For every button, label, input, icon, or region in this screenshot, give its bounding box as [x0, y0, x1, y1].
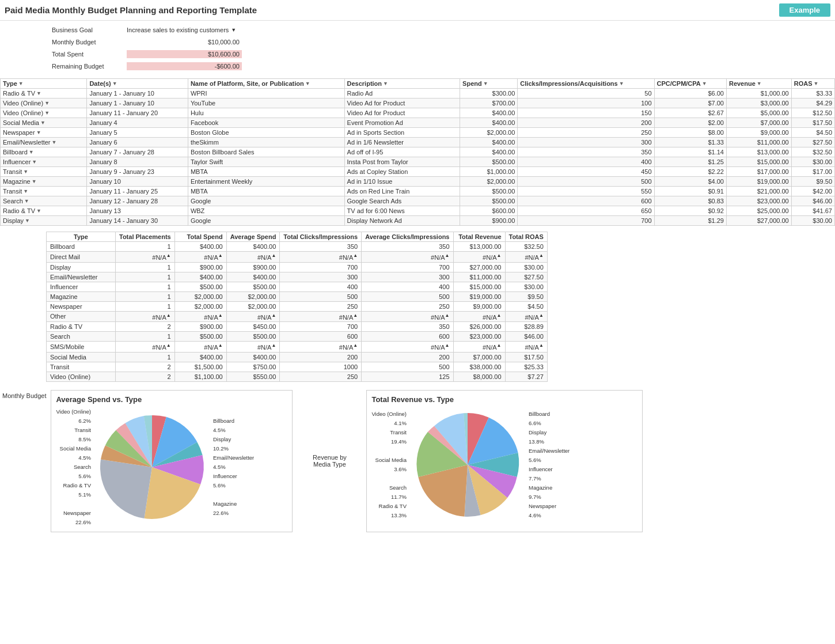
main-table-cell: $7.00 — [654, 99, 726, 108]
main-table-cell: 450 — [518, 167, 654, 177]
summary-table-cell: $400.00 — [226, 352, 280, 362]
summary-table-cell: 700 — [362, 262, 453, 272]
th-cpc[interactable]: CPC/CPM/CPA▼ — [654, 79, 726, 89]
main-table-cell: $27,000.00 — [726, 216, 791, 226]
summary-table-cell: $9.50 — [505, 291, 547, 301]
row-type-arrow: ▼ — [23, 188, 28, 194]
avg-spend-legend-right: Billboard 4.5% Display 10.2% Email/Newsl… — [213, 416, 254, 518]
main-table-cell: $27.50 — [791, 138, 834, 147]
summary-table-cell: #N/A▲ — [453, 342, 505, 353]
th-revenue[interactable]: Revenue▼ — [726, 79, 791, 89]
summary-table-cell: 2 — [116, 322, 175, 332]
remaining-budget-row: Remaining Budget -$600.00 — [46, 60, 835, 72]
example-badge: Example — [779, 3, 830, 17]
summary-table-cell: $27,000.00 — [453, 262, 505, 272]
summary-table-cell: #N/A▲ — [362, 342, 453, 353]
total-revenue-title: Total Revenue vs. Type — [371, 395, 637, 404]
row-type-arrow: ▼ — [40, 120, 45, 126]
th-dates[interactable]: Date(s)▼ — [87, 79, 188, 89]
th-spend[interactable]: Spend▼ — [460, 79, 518, 89]
summary-table-cell: Social Media — [47, 352, 116, 362]
main-table-row: Transit▼January 9 - January 23MBTAAds at… — [1, 167, 835, 177]
main-table-row: Magazine▼January 10Entertainment WeeklyA… — [1, 177, 835, 187]
summary-table-cell: 300 — [362, 272, 453, 282]
main-table-cell: January 1 - January 10 — [87, 99, 188, 108]
summary-table-cell: $23,000.00 — [453, 332, 505, 342]
total-revenue-legend-left: Video (Online) 4.1% Transit 19.4% Social… — [371, 410, 407, 520]
row-type-arrow: ▼ — [36, 90, 41, 96]
revenue-media-label: Revenue by Media Type — [301, 449, 358, 472]
main-table-cell: Google Search Ads — [344, 196, 460, 206]
summary-table-cell: Other — [47, 311, 116, 322]
row-type-arrow: ▼ — [32, 179, 37, 184]
main-table-cell: $0.83 — [654, 196, 726, 206]
total-spent-row: Total Spent $10,600.00 — [46, 48, 835, 60]
summary-table-row: Social Media1$400.00$400.00200200$7,000.… — [47, 352, 548, 362]
main-table-cell: January 11 - January 20 — [87, 108, 188, 118]
main-table-cell: MBTA — [188, 167, 344, 177]
sth-avg-clicks: Average Clicks/Impressions — [362, 232, 453, 242]
business-goal-value[interactable]: Increase sales to existing customers ▼ — [127, 26, 242, 33]
main-table-cell: TV ad for 6:00 News — [344, 206, 460, 216]
main-table-cell: $0.92 — [654, 206, 726, 216]
summary-table: Type Total Placements Total Spend Averag… — [46, 232, 548, 382]
summary-table-cell: #N/A▲ — [116, 252, 175, 263]
summary-header-row: Type Total Placements Total Spend Averag… — [47, 232, 548, 242]
main-table-row: Display▼January 14 - January 30GoogleDis… — [1, 216, 835, 226]
th-roas[interactable]: ROAS▼ — [791, 79, 834, 89]
main-table-cell: 600 — [518, 196, 654, 206]
main-table-header-row: Type▼ Date(s)▼ Name of Platform, Site, o… — [1, 79, 835, 89]
summary-table-row: Video (Online)2$1,100.00$550.00250125$8,… — [47, 372, 548, 381]
main-table-cell: Newspaper▼ — [1, 128, 87, 138]
th-clicks[interactable]: Clicks/Impressions/Acquisitions▼ — [518, 79, 654, 89]
summary-table-cell: $8,000.00 — [453, 372, 505, 381]
main-table-cell: January 1 - January 10 — [87, 89, 188, 99]
summary-table-cell: $25.33 — [505, 362, 547, 372]
main-table-cell: $9.50 — [791, 177, 834, 187]
sth-placements: Total Placements — [116, 232, 175, 242]
main-table-cell: $21,000.00 — [726, 187, 791, 196]
main-table-cell: $500.00 — [460, 187, 518, 196]
main-table-cell: $9,000.00 — [726, 128, 791, 138]
summary-table-cell: #N/A▲ — [362, 252, 453, 263]
avg-spend-chart: Average Spend vs. Type Video (Online) 6.… — [51, 390, 293, 532]
summary-table-cell: $7,000.00 — [453, 352, 505, 362]
summary-table-cell: $15,000.00 — [453, 282, 505, 291]
th-type[interactable]: Type▼ — [1, 79, 87, 89]
main-table-cell: January 9 - January 23 — [87, 167, 188, 177]
main-table-cell: January 13 — [87, 206, 188, 216]
main-table-cell: YouTube — [188, 99, 344, 108]
sth-total-roas: Total ROAS — [505, 232, 547, 242]
th-desc[interactable]: Description▼ — [344, 79, 460, 89]
business-goal-row: Business Goal Increase sales to existing… — [46, 24, 835, 36]
summary-table-row: SMS/Mobile#N/A▲#N/A▲#N/A▲#N/A▲#N/A▲#N/A▲… — [47, 342, 548, 353]
main-table-row: Billboard▼January 7 - January 28Boston B… — [1, 147, 835, 157]
summary-table-row: Influencer1$500.00$500.00400400$15,000.0… — [47, 282, 548, 291]
main-table-cell: $4.29 — [791, 99, 834, 108]
summary-table-cell: Email/Newsletter — [47, 272, 116, 282]
main-table-cell: Transit▼ — [1, 167, 87, 177]
th-platform[interactable]: Name of Platform, Site, or Publication▼ — [188, 79, 344, 89]
main-table-cell: $8.00 — [654, 128, 726, 138]
main-table-cell: 400 — [518, 157, 654, 167]
main-table-cell: Hulu — [188, 108, 344, 118]
summary-table-cell: $4.50 — [505, 301, 547, 311]
type-sort-icon: ▼ — [18, 81, 24, 86]
main-table-cell: Video (Online)▼ — [1, 99, 87, 108]
main-table-cell: Ad in 1/10 Issue — [344, 177, 460, 187]
main-table-cell: $1.25 — [654, 157, 726, 167]
main-table-cell: January 4 — [87, 118, 188, 128]
summary-table-cell: #N/A▲ — [226, 342, 280, 353]
total-revenue-chart-area: Video (Online) 4.1% Transit 19.4% Social… — [371, 407, 637, 522]
main-table-cell: $500.00 — [460, 157, 518, 167]
summary-table-cell: 700 — [280, 262, 362, 272]
summary-table-cell: $900.00 — [174, 322, 226, 332]
row-type-arrow: ▼ — [44, 110, 50, 116]
summary-table-row: Magazine1$2,000.00$2,000.00500500$19,000… — [47, 291, 548, 301]
main-table-cell: January 5 — [87, 128, 188, 138]
summary-table-cell: $17.50 — [505, 352, 547, 362]
summary-table-cell: 1 — [116, 352, 175, 362]
main-table-cell: January 12 - January 28 — [87, 196, 188, 206]
main-table-cell: 250 — [518, 128, 654, 138]
main-table-cell: $4.50 — [791, 128, 834, 138]
